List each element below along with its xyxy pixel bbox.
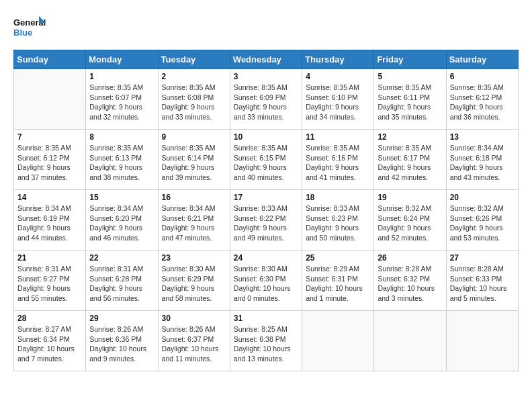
calendar-week-row: 7Sunrise: 8:35 AM Sunset: 6:12 PM Daylig…	[14, 130, 519, 190]
weekday-header-friday: Friday	[374, 50, 446, 69]
day-number: 5	[378, 72, 442, 81]
calendar-cell: 12Sunrise: 8:35 AM Sunset: 6:17 PM Dayli…	[374, 130, 446, 190]
day-info: Sunrise: 8:35 AM Sunset: 6:17 PM Dayligh…	[378, 143, 442, 183]
weekday-header-monday: Monday	[86, 50, 158, 69]
calendar-table: SundayMondayTuesdayWednesdayThursdayFrid…	[13, 50, 519, 371]
day-info: Sunrise: 8:25 AM Sunset: 6:38 PM Dayligh…	[234, 324, 298, 364]
day-number: 7	[17, 132, 82, 142]
calendar-cell: 21Sunrise: 8:31 AM Sunset: 6:27 PM Dayli…	[14, 250, 86, 311]
calendar-cell: 24Sunrise: 8:30 AM Sunset: 6:30 PM Dayli…	[230, 250, 302, 311]
calendar-cell: 29Sunrise: 8:26 AM Sunset: 6:36 PM Dayli…	[86, 311, 158, 371]
logo: General Blue	[13, 13, 47, 43]
day-number: 18	[306, 193, 370, 202]
day-info: Sunrise: 8:35 AM Sunset: 6:15 PM Dayligh…	[234, 143, 298, 183]
day-number: 11	[306, 132, 370, 142]
calendar-cell: 1Sunrise: 8:35 AM Sunset: 6:07 PM Daylig…	[86, 69, 158, 130]
weekday-header-thursday: Thursday	[302, 50, 374, 69]
day-number: 10	[234, 132, 298, 142]
day-number: 6	[450, 72, 515, 81]
calendar-cell: 19Sunrise: 8:32 AM Sunset: 6:24 PM Dayli…	[374, 190, 446, 250]
day-info: Sunrise: 8:26 AM Sunset: 6:36 PM Dayligh…	[89, 324, 154, 364]
logo-svg: General Blue	[13, 13, 47, 43]
calendar-cell: 28Sunrise: 8:27 AM Sunset: 6:34 PM Dayli…	[14, 311, 86, 371]
calendar-cell: 23Sunrise: 8:30 AM Sunset: 6:29 PM Dayli…	[158, 250, 230, 311]
day-number: 26	[378, 253, 442, 263]
calendar-cell: 6Sunrise: 8:35 AM Sunset: 6:12 PM Daylig…	[446, 69, 518, 130]
day-info: Sunrise: 8:35 AM Sunset: 6:12 PM Dayligh…	[17, 143, 82, 183]
day-number: 3	[234, 72, 298, 81]
calendar-cell: 13Sunrise: 8:34 AM Sunset: 6:18 PM Dayli…	[446, 130, 518, 190]
weekday-header-sunday: Sunday	[14, 50, 86, 69]
day-number: 23	[162, 253, 226, 263]
calendar-header-row: SundayMondayTuesdayWednesdayThursdayFrid…	[14, 50, 519, 69]
day-number: 29	[89, 314, 154, 323]
day-info: Sunrise: 8:26 AM Sunset: 6:37 PM Dayligh…	[162, 324, 226, 364]
calendar-cell: 3Sunrise: 8:35 AM Sunset: 6:09 PM Daylig…	[230, 69, 302, 130]
calendar-cell: 5Sunrise: 8:35 AM Sunset: 6:11 PM Daylig…	[374, 69, 446, 130]
calendar-cell: 2Sunrise: 8:35 AM Sunset: 6:08 PM Daylig…	[158, 69, 230, 130]
calendar-cell: 15Sunrise: 8:34 AM Sunset: 6:20 PM Dayli…	[86, 190, 158, 250]
calendar-cell: 22Sunrise: 8:31 AM Sunset: 6:28 PM Dayli…	[86, 250, 158, 311]
day-number: 16	[162, 193, 226, 202]
day-info: Sunrise: 8:32 AM Sunset: 6:24 PM Dayligh…	[378, 203, 442, 243]
calendar-cell: 8Sunrise: 8:35 AM Sunset: 6:13 PM Daylig…	[86, 130, 158, 190]
calendar-cell: 14Sunrise: 8:34 AM Sunset: 6:19 PM Dayli…	[14, 190, 86, 250]
day-number: 24	[234, 253, 298, 263]
calendar-cell	[446, 311, 518, 371]
day-info: Sunrise: 8:31 AM Sunset: 6:28 PM Dayligh…	[89, 264, 154, 304]
calendar-cell: 26Sunrise: 8:28 AM Sunset: 6:32 PM Dayli…	[374, 250, 446, 311]
day-info: Sunrise: 8:34 AM Sunset: 6:19 PM Dayligh…	[17, 203, 82, 243]
weekday-header-wednesday: Wednesday	[230, 50, 302, 69]
day-number: 13	[450, 132, 515, 142]
day-info: Sunrise: 8:34 AM Sunset: 6:21 PM Dayligh…	[162, 203, 226, 243]
calendar-cell: 17Sunrise: 8:33 AM Sunset: 6:22 PM Dayli…	[230, 190, 302, 250]
weekday-header-tuesday: Tuesday	[158, 50, 230, 69]
calendar-cell	[302, 311, 374, 371]
day-number: 19	[378, 193, 442, 202]
calendar-cell: 25Sunrise: 8:29 AM Sunset: 6:31 PM Dayli…	[302, 250, 374, 311]
day-info: Sunrise: 8:35 AM Sunset: 6:13 PM Dayligh…	[89, 143, 154, 183]
day-info: Sunrise: 8:30 AM Sunset: 6:29 PM Dayligh…	[162, 264, 226, 304]
day-number: 22	[89, 253, 154, 263]
calendar-cell: 18Sunrise: 8:33 AM Sunset: 6:23 PM Dayli…	[302, 190, 374, 250]
day-info: Sunrise: 8:34 AM Sunset: 6:20 PM Dayligh…	[89, 203, 154, 243]
day-number: 25	[306, 253, 370, 263]
day-number: 1	[89, 72, 154, 81]
calendar-cell: 10Sunrise: 8:35 AM Sunset: 6:15 PM Dayli…	[230, 130, 302, 190]
day-info: Sunrise: 8:30 AM Sunset: 6:30 PM Dayligh…	[234, 264, 298, 304]
day-info: Sunrise: 8:35 AM Sunset: 6:08 PM Dayligh…	[162, 83, 226, 122]
day-number: 4	[306, 72, 370, 81]
day-number: 12	[378, 132, 442, 142]
day-info: Sunrise: 8:35 AM Sunset: 6:07 PM Dayligh…	[89, 83, 154, 122]
calendar-week-row: 14Sunrise: 8:34 AM Sunset: 6:19 PM Dayli…	[14, 190, 519, 250]
day-info: Sunrise: 8:28 AM Sunset: 6:33 PM Dayligh…	[450, 264, 515, 304]
day-number: 9	[162, 132, 226, 142]
day-number: 31	[234, 314, 298, 323]
day-number: 27	[450, 253, 515, 263]
day-info: Sunrise: 8:35 AM Sunset: 6:09 PM Dayligh…	[234, 83, 298, 122]
day-info: Sunrise: 8:34 AM Sunset: 6:18 PM Dayligh…	[450, 143, 515, 183]
day-number: 28	[17, 314, 82, 323]
day-number: 14	[17, 193, 82, 202]
weekday-header-saturday: Saturday	[446, 50, 518, 69]
day-info: Sunrise: 8:35 AM Sunset: 6:11 PM Dayligh…	[378, 83, 442, 122]
calendar-cell	[14, 69, 86, 130]
calendar-cell: 27Sunrise: 8:28 AM Sunset: 6:33 PM Dayli…	[446, 250, 518, 311]
day-info: Sunrise: 8:33 AM Sunset: 6:22 PM Dayligh…	[234, 203, 298, 243]
day-number: 17	[234, 193, 298, 202]
day-number: 2	[162, 72, 226, 81]
day-info: Sunrise: 8:35 AM Sunset: 6:14 PM Dayligh…	[162, 143, 226, 183]
day-info: Sunrise: 8:31 AM Sunset: 6:27 PM Dayligh…	[17, 264, 82, 304]
day-info: Sunrise: 8:29 AM Sunset: 6:31 PM Dayligh…	[306, 264, 370, 304]
day-info: Sunrise: 8:27 AM Sunset: 6:34 PM Dayligh…	[17, 324, 82, 364]
day-number: 15	[89, 193, 154, 202]
calendar-week-row: 28Sunrise: 8:27 AM Sunset: 6:34 PM Dayli…	[14, 311, 519, 371]
day-info: Sunrise: 8:32 AM Sunset: 6:26 PM Dayligh…	[450, 203, 515, 243]
day-info: Sunrise: 8:28 AM Sunset: 6:32 PM Dayligh…	[378, 264, 442, 304]
calendar-cell: 20Sunrise: 8:32 AM Sunset: 6:26 PM Dayli…	[446, 190, 518, 250]
calendar-cell: 30Sunrise: 8:26 AM Sunset: 6:37 PM Dayli…	[158, 311, 230, 371]
day-number: 20	[450, 193, 515, 202]
day-number: 30	[162, 314, 226, 323]
calendar-week-row: 1Sunrise: 8:35 AM Sunset: 6:07 PM Daylig…	[14, 69, 519, 130]
calendar-cell: 4Sunrise: 8:35 AM Sunset: 6:10 PM Daylig…	[302, 69, 374, 130]
